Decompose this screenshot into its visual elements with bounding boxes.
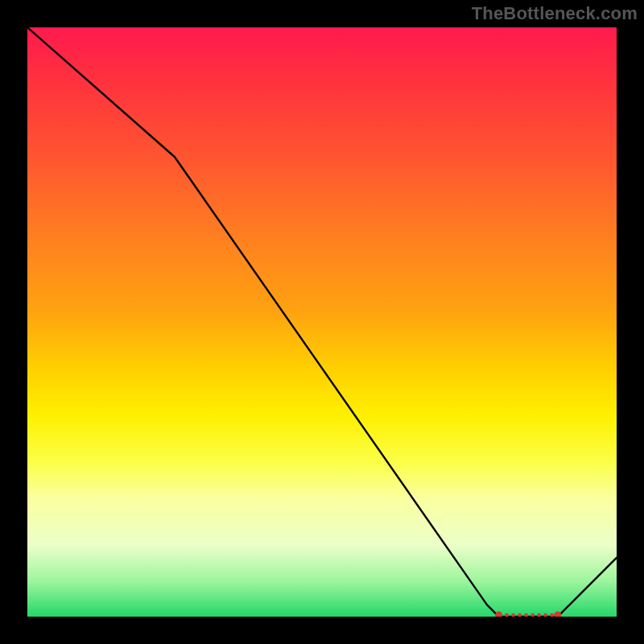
chart-gradient-area [27,27,617,617]
chart-frame: TheBottleneck.com [0,0,644,644]
watermark-text: TheBottleneck.com [472,3,638,24]
